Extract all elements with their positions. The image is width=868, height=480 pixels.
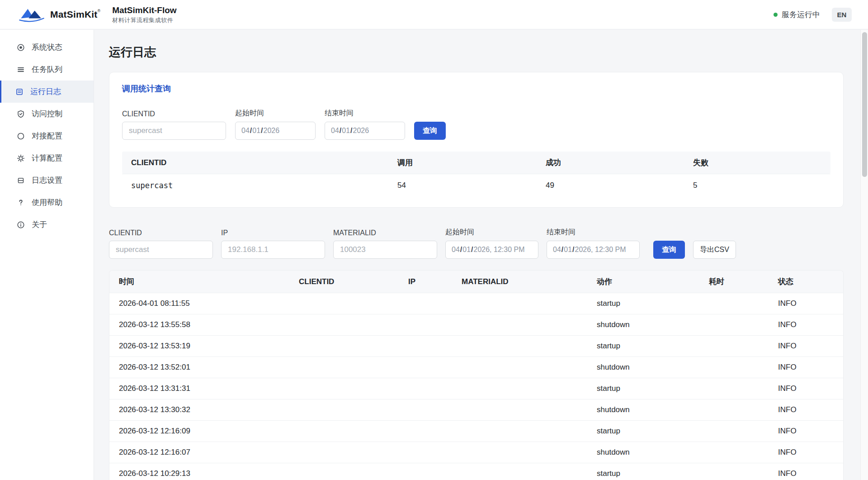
- page-title: 运行日志: [109, 44, 844, 60]
- app-title-block: MatSimKit-Flow 材料计算流程集成软件: [112, 5, 177, 24]
- log-settings-icon: [17, 176, 25, 185]
- date-separator: /: [340, 127, 341, 135]
- date-year: 2026: [474, 246, 490, 254]
- cell-status: INFO: [778, 363, 843, 372]
- stats-header-clientid: CLIENTID: [122, 158, 397, 167]
- vertical-scrollbar[interactable]: [860, 30, 868, 480]
- filter-start-datetime-field: 起始时间 04/01/2026, 12:30 PM: [445, 228, 538, 259]
- brand-trademark: ®: [97, 9, 100, 13]
- language-toggle-button[interactable]: EN: [832, 8, 852, 22]
- filter-materialid-label: MATERIALID: [333, 229, 437, 237]
- table-row: 2026-03-12 13:31:31 startup INFO: [109, 378, 843, 399]
- cell-status: INFO: [778, 469, 843, 478]
- sidebar-item-task-queue[interactable]: 任务队列: [0, 58, 94, 81]
- log-header-duration: 耗时: [709, 276, 778, 287]
- log-header-status: 状态: [778, 276, 843, 287]
- call-stats-card-title: 调用统计查询: [122, 83, 830, 94]
- stats-start-date-label: 起始时间: [235, 109, 316, 118]
- table-row: 2026-03-12 13:52:01 shutdown INFO: [109, 356, 843, 378]
- sidebar-item-about[interactable]: 关于: [0, 214, 94, 236]
- brand-name: MatSimKit: [50, 9, 97, 20]
- app-title: MatSimKit-Flow: [112, 5, 177, 15]
- cell-status: INFO: [778, 384, 843, 393]
- log-table: 时间 CLIENTID IP MATERIALID 动作 耗时 状态 2026-…: [109, 270, 844, 480]
- filter-clientid-input[interactable]: [109, 241, 213, 259]
- log-header-time: 时间: [109, 276, 299, 287]
- date-separator: /: [250, 127, 252, 135]
- cell-status: INFO: [778, 448, 843, 457]
- stats-table-header-row: CLIENTID 调用 成功 失败: [122, 152, 830, 174]
- log-header-materialid: MATERIALID: [462, 277, 597, 286]
- table-row: 2026-03-12 12:16:09 startup INFO: [109, 420, 843, 442]
- sidebar-item-log-settings[interactable]: 日志设置: [0, 169, 94, 191]
- header-right: 服务运行中 EN: [774, 8, 852, 22]
- cell-status: INFO: [778, 405, 843, 414]
- matsimkit-logo-icon: [18, 6, 46, 23]
- stats-clientid-field: CLIENTID: [122, 110, 226, 140]
- cell-action: startup: [597, 427, 709, 436]
- cell-action: startup: [597, 469, 709, 478]
- filter-start-datetime-input[interactable]: 04/01/2026, 12:30 PM: [445, 241, 538, 259]
- table-row: 2026-03-12 13:53:19 startup INFO: [109, 335, 843, 356]
- call-stats-card: 调用统计查询 CLIENTID 起始时间 04/01/2026 结束时间 04/…: [109, 72, 844, 208]
- stats-query-button[interactable]: 查询: [414, 122, 446, 140]
- date-month: 04: [452, 246, 460, 254]
- date-year: 2026: [575, 246, 591, 254]
- stats-cell-failed: 5: [693, 181, 830, 190]
- stats-table: CLIENTID 调用 成功 失败 supercast 54 49 5: [122, 152, 830, 196]
- stats-start-date-input[interactable]: 04/01/2026: [235, 122, 316, 140]
- log-filter-row: CLIENTID IP MATERIALID 起始时间 04/01/2026, …: [109, 228, 844, 259]
- log-header-clientid: CLIENTID: [299, 277, 408, 286]
- date-separator: /: [261, 127, 263, 135]
- date-month: 04: [331, 127, 339, 135]
- log-header-action: 动作: [597, 276, 709, 287]
- table-row: 2026-03-12 10:29:13 startup INFO: [109, 463, 843, 480]
- cell-time: 2026-04-01 08:11:55: [109, 299, 299, 308]
- cell-time: 2026-03-12 13:55:58: [109, 320, 299, 329]
- stats-end-date-input[interactable]: 04/01/2026: [325, 122, 405, 140]
- date-day: 01: [564, 246, 572, 254]
- sidebar-item-help[interactable]: 使用帮助: [0, 191, 94, 214]
- cell-time: 2026-03-12 13:31:31: [109, 384, 299, 393]
- date-separator: /: [460, 246, 462, 254]
- sidebar-item-access-control[interactable]: 访问控制: [0, 103, 94, 125]
- scrollbar-thumb[interactable]: [862, 32, 867, 177]
- date-day: 01: [252, 127, 260, 135]
- filter-end-datetime-input[interactable]: 04/01/2026, 12:30 PM: [547, 241, 640, 259]
- table-row: 2026-03-12 12:16:07 shutdown INFO: [109, 442, 843, 463]
- filter-materialid-input[interactable]: [333, 241, 437, 259]
- cell-status: INFO: [778, 320, 843, 329]
- filter-end-datetime-label: 结束时间: [547, 228, 640, 237]
- sidebar-item-run-logs[interactable]: 运行日志: [0, 81, 94, 103]
- log-header-ip: IP: [408, 277, 462, 286]
- sidebar-item-compute-config[interactable]: 计算配置: [0, 147, 94, 169]
- stats-cell-success: 49: [546, 181, 693, 190]
- cell-time: 2026-03-12 12:16:09: [109, 427, 299, 436]
- filter-ip-input[interactable]: [221, 241, 325, 259]
- sidebar-item-label: 运行日志: [30, 86, 61, 97]
- date-day: 01: [462, 246, 471, 254]
- help-icon: [17, 199, 25, 207]
- cell-status: INFO: [778, 342, 843, 351]
- log-query-button[interactable]: 查询: [653, 241, 685, 259]
- cell-time: 2026-03-12 10:29:13: [109, 469, 299, 478]
- date-month: 04: [553, 246, 561, 254]
- app-subtitle: 材料计算流程集成软件: [112, 16, 177, 24]
- circle-icon: [17, 132, 25, 140]
- sidebar-item-connection-config[interactable]: 对接配置: [0, 125, 94, 147]
- sidebar-item-label: 对接配置: [32, 131, 62, 141]
- filter-start-datetime-label: 起始时间: [445, 228, 538, 237]
- stats-start-date-field: 起始时间 04/01/2026: [235, 109, 316, 140]
- cell-status: INFO: [778, 299, 843, 308]
- cell-status: INFO: [778, 427, 843, 436]
- date-separator: /: [471, 246, 473, 254]
- stats-header-failed: 失败: [693, 157, 830, 168]
- date-separator: /: [572, 246, 574, 254]
- stats-end-date-field: 结束时间 04/01/2026: [325, 109, 405, 140]
- export-csv-button[interactable]: 导出CSV: [693, 241, 736, 259]
- sidebar-item-system-status[interactable]: 系统状态: [0, 36, 94, 58]
- gear-icon: [17, 154, 25, 162]
- cell-action: shutdown: [597, 448, 709, 457]
- stats-clientid-input[interactable]: [122, 122, 226, 140]
- status-dot-icon: [17, 43, 25, 52]
